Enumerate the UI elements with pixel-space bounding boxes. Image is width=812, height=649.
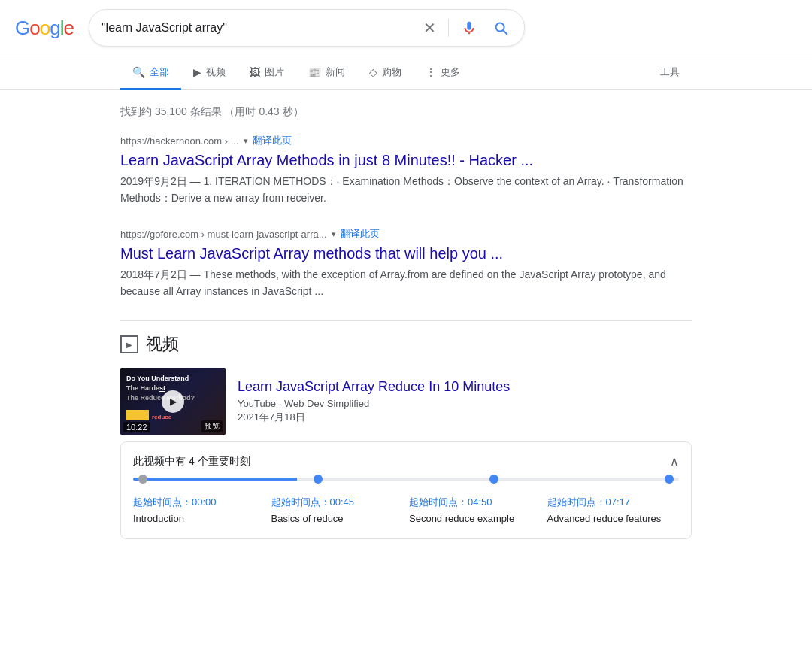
tab-image-label: 图片 bbox=[265, 65, 284, 79]
video-section-header: ▶ 视频 bbox=[120, 333, 692, 356]
timeline-dot-1 bbox=[138, 475, 147, 484]
thumbnail-reduce-text: reduce bbox=[152, 414, 171, 420]
close-icon: ✕ bbox=[423, 19, 436, 37]
moment-2-time[interactable]: 起始时间点：00:45 bbox=[271, 496, 404, 509]
moment-4: 起始时间点：07:17 Advanced reduce features bbox=[547, 496, 680, 526]
video-section-title: 视频 bbox=[146, 333, 179, 356]
moment-3: 起始时间点：04:50 Second reduce example bbox=[409, 496, 541, 526]
divider-vertical bbox=[448, 19, 449, 37]
thumbnail-line-3: The Reduce Method? bbox=[126, 393, 195, 403]
key-moments-header: 此视频中有 4 个重要时刻 ∧ bbox=[133, 454, 679, 469]
video-source: YouTube · Web Dev Simplified bbox=[238, 398, 510, 409]
search-icon bbox=[492, 20, 509, 36]
tab-more-label: 更多 bbox=[441, 65, 460, 79]
moment-4-label: Advanced reduce features bbox=[547, 512, 680, 526]
video-title[interactable]: Learn JavaScript Array Reduce In 10 Minu… bbox=[238, 379, 510, 395]
video-play-icon: ▶ bbox=[126, 341, 132, 349]
moment-3-time[interactable]: 起始时间点：04:50 bbox=[409, 496, 541, 509]
result-1-url: https://hackernoon.com › ... bbox=[120, 135, 239, 147]
timeline-dot-4 bbox=[665, 475, 674, 484]
header: Google "learn JavaScript array" ✕ bbox=[0, 0, 812, 56]
moment-2: 起始时间点：00:45 Basics of reduce bbox=[271, 496, 404, 526]
result-1-arrow: ▾ bbox=[244, 136, 248, 146]
video-tab-icon: ▶ bbox=[193, 66, 201, 78]
voice-search-button[interactable] bbox=[458, 17, 480, 39]
results-count: 找到约 35,100 条结果 （用时 0.43 秒） bbox=[120, 105, 692, 119]
moment-4-time[interactable]: 起始时间点：07:17 bbox=[547, 496, 680, 509]
search-input[interactable]: "learn JavaScript array" bbox=[102, 21, 420, 35]
result-1-url-row: https://hackernoon.com › ... ▾ 翻译此页 bbox=[120, 134, 692, 147]
moments-grid: 起始时间点：00:00 Introduction 起始时间点：00:45 Bas… bbox=[133, 496, 679, 526]
result-1-title[interactable]: Learn JavaScript Array Methods in just 8… bbox=[120, 150, 692, 170]
chevron-up-icon[interactable]: ∧ bbox=[670, 454, 679, 469]
thumbnail-preview: 预览 bbox=[201, 420, 223, 432]
news-tab-icon: 📰 bbox=[308, 66, 321, 78]
mic-icon bbox=[461, 20, 477, 36]
moment-1: 起始时间点：00:00 Introduction bbox=[133, 496, 265, 526]
tab-video-label: 视频 bbox=[206, 65, 226, 79]
tab-video[interactable]: ▶ 视频 bbox=[181, 56, 238, 90]
key-moments-box: 此视频中有 4 个重要时刻 ∧ 起始时间点：00:00 Introduction… bbox=[120, 441, 692, 538]
key-moments-title: 此视频中有 4 个重要时刻 bbox=[133, 455, 250, 469]
video-info: Learn JavaScript Array Reduce In 10 Minu… bbox=[238, 368, 510, 435]
tab-tools-label: 工具 bbox=[660, 65, 680, 79]
timeline-dots-row bbox=[133, 475, 679, 484]
tab-news[interactable]: 📰 新闻 bbox=[296, 56, 357, 90]
google-logo: Google bbox=[15, 17, 74, 40]
moment-1-label: Introduction bbox=[133, 512, 265, 526]
result-2-title[interactable]: Must Learn JavaScript Array methods that… bbox=[120, 244, 692, 263]
tab-tools[interactable]: 工具 bbox=[648, 56, 692, 90]
timeline-container bbox=[133, 478, 679, 481]
tab-shopping-label: 购物 bbox=[382, 65, 401, 79]
video-card: Do You Understand The Hardest The Reduce… bbox=[120, 368, 692, 435]
tab-all[interactable]: 🔍 全部 bbox=[120, 56, 181, 90]
thumbnail-yellow-bar bbox=[126, 410, 149, 420]
search-tabs: 🔍 全部 ▶ 视频 🖼 图片 📰 新闻 ◇ 购物 ⋮ 更多 工具 bbox=[0, 56, 812, 90]
all-tab-icon: 🔍 bbox=[132, 66, 145, 78]
more-tab-icon: ⋮ bbox=[426, 66, 436, 78]
result-1-translate[interactable]: 翻译此页 bbox=[253, 134, 292, 147]
image-tab-icon: 🖼 bbox=[250, 66, 260, 78]
result-2-snippet: 2018年7月2日 — These methods, with the exce… bbox=[120, 266, 692, 299]
result-2-url-row: https://gofore.com › must-learn-javascri… bbox=[120, 227, 692, 241]
result-2-arrow: ▾ bbox=[332, 229, 336, 239]
tab-more[interactable]: ⋮ 更多 bbox=[414, 56, 472, 90]
play-button[interactable]: ▶ bbox=[162, 390, 184, 413]
clear-button[interactable]: ✕ bbox=[420, 16, 439, 40]
video-date: 2021年7月18日 bbox=[238, 411, 510, 424]
tab-news-label: 新闻 bbox=[326, 65, 345, 79]
moment-3-label: Second reduce example bbox=[409, 512, 541, 526]
search-result-2: https://gofore.com › must-learn-javascri… bbox=[120, 227, 692, 299]
result-2-translate[interactable]: 翻译此页 bbox=[341, 227, 380, 241]
search-icons: ✕ bbox=[420, 16, 512, 40]
moment-2-label: Basics of reduce bbox=[271, 512, 404, 526]
video-section-icon: ▶ bbox=[120, 335, 138, 353]
result-2-url: https://gofore.com › must-learn-javascri… bbox=[120, 229, 327, 240]
search-bar: "learn JavaScript array" ✕ bbox=[89, 9, 525, 47]
timeline-dot-3 bbox=[489, 475, 498, 484]
tab-all-label: 全部 bbox=[150, 65, 169, 79]
result-1-snippet: 2019年9月2日 — 1. ITERATION METHODS：· Exami… bbox=[120, 173, 692, 206]
search-submit-button[interactable] bbox=[489, 17, 512, 39]
thumbnail-line-2: The Hardest bbox=[126, 384, 165, 393]
timeline-dot-2 bbox=[314, 475, 323, 484]
video-thumbnail[interactable]: Do You Understand The Hardest The Reduce… bbox=[120, 368, 226, 435]
thumbnail-line-1: Do You Understand bbox=[126, 374, 189, 384]
results-container: 找到约 35,100 条结果 （用时 0.43 秒） https://hacke… bbox=[0, 90, 812, 554]
moment-1-time[interactable]: 起始时间点：00:00 bbox=[133, 496, 265, 509]
tab-shopping[interactable]: ◇ 购物 bbox=[357, 56, 414, 90]
section-divider bbox=[120, 320, 692, 321]
shopping-tab-icon: ◇ bbox=[369, 66, 377, 78]
thumbnail-duration: 10:22 bbox=[123, 422, 150, 432]
search-result-1: https://hackernoon.com › ... ▾ 翻译此页 Lear… bbox=[120, 134, 692, 206]
tab-image[interactable]: 🖼 图片 bbox=[238, 56, 296, 90]
